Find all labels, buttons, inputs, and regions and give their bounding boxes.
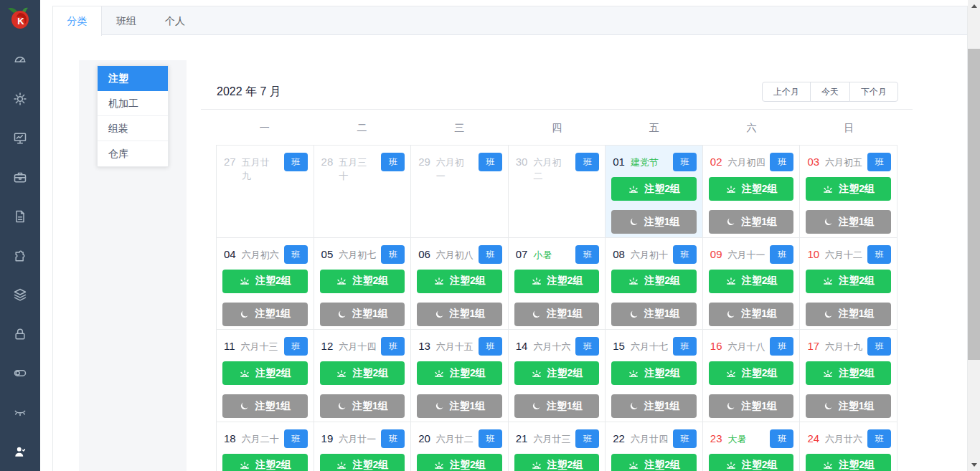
calendar-cell[interactable]: 06 六月初八 班 注塑2组 注塑1组 [411,238,509,330]
day-shift-button[interactable]: 注塑2组 [611,361,697,385]
calendar-cell[interactable]: 15 六月十七 班 注塑2组 注塑1组 [606,330,703,422]
calendar-cell[interactable]: 05 六月初七 班 注塑2组 注塑1组 [314,238,412,330]
calendar-cell[interactable]: 16 六月十八 班 注塑2组 注塑1组 [703,330,801,422]
day-shift-button[interactable]: 注塑2组 [320,270,405,293]
category-item-3[interactable]: 仓库 [98,141,168,166]
calendar-cell[interactable]: 19 六月廿一 班 注塑2组 注塑1组 [314,422,412,471]
day-shift-button[interactable]: 注塑2组 [709,270,794,293]
calendar-cell[interactable]: 29 六月初一 班 [411,146,509,238]
night-shift-button[interactable]: 注塑1组 [222,394,308,418]
day-shift-button[interactable]: 注塑2组 [514,454,600,471]
day-shift-button[interactable]: 注塑2组 [320,361,405,385]
sidebar-item-users[interactable] [0,432,40,471]
sidebar-item-eye[interactable] [0,393,40,432]
sidebar-item-toggle[interactable] [0,353,40,393]
scroll-down-button[interactable] [968,459,980,471]
next-month-button[interactable]: 下个月 [849,82,898,102]
day-shift-button[interactable]: 注塑2组 [514,361,600,385]
prev-month-button[interactable]: 上个月 [762,82,811,102]
calendar-cell[interactable]: 02 六月初四 班 注塑2组 注塑1组 [703,146,801,238]
shift-badge: 班 [381,337,405,356]
day-shift-button[interactable]: 注塑2组 [417,454,502,471]
night-shift-button[interactable]: 注塑1组 [320,394,405,418]
calendar-cell[interactable]: 09 六月十一 班 注塑2组 注塑1组 [703,238,801,330]
document-icon [13,209,27,224]
calendar-cell[interactable]: 23 大暑 班 注塑2组 注塑1组 [703,422,801,471]
night-shift-button[interactable]: 注塑1组 [806,210,891,234]
calendar-cell[interactable]: 17 六月十九 班 注塑2组 注塑1组 [800,330,897,422]
day-shift-button[interactable]: 注塑2组 [709,454,794,471]
calendar-cell[interactable]: 21 六月廿三 班 注塑2组 注塑1组 [509,422,606,471]
night-shift-button[interactable]: 注塑1组 [514,303,600,326]
scroll-thumb[interactable] [968,49,980,360]
calendar-cell[interactable]: 24 六月廿六 班 注塑2组 注塑1组 [800,422,897,471]
day-shift-button[interactable]: 注塑2组 [417,361,502,385]
calendar-cell[interactable]: 01 建党节 班 注塑2组 注塑1组 [606,146,703,238]
day-shift-button[interactable]: 注塑2组 [709,361,794,385]
day-shift-button[interactable]: 注塑2组 [806,270,891,293]
sidebar-item-plugin[interactable] [0,236,40,275]
calendar-cell[interactable]: 07 小暑 班 注塑2组 注塑1组 [509,238,606,330]
day-shift-button[interactable]: 注塑2组 [222,454,308,471]
day-shift-button[interactable]: 注塑2组 [611,177,697,201]
calendar-cell[interactable]: 08 六月初十 班 注塑2组 注塑1组 [606,238,703,330]
calendar-cell[interactable]: 30 六月初二 班 [509,146,606,238]
shift-badge: 班 [284,429,308,448]
calendar-cell[interactable]: 20 六月廿二 班 注塑2组 注塑1组 [411,422,509,471]
sidebar-item-settings[interactable] [0,80,40,119]
night-shift-button[interactable]: 注塑1组 [611,394,697,418]
day-shift-button[interactable]: 注塑2组 [806,361,891,385]
calendar-cell[interactable]: 14 六月十六 班 注塑2组 注塑1组 [509,330,606,422]
shift-list: 注塑2组 注塑1组 [514,454,600,471]
calendar-cell[interactable]: 03 六月初五 班 注塑2组 注塑1组 [800,146,897,238]
sidebar-item-monitor[interactable] [0,118,40,158]
night-shift-button[interactable]: 注塑1组 [611,303,697,326]
sidebar-item-dashboard[interactable] [0,40,40,80]
calendar-cell[interactable]: 13 六月十五 班 注塑2组 注塑1组 [411,330,509,422]
sidebar-item-document[interactable] [0,197,40,237]
scroll-up-button[interactable] [968,0,980,12]
day-shift-button[interactable]: 注塑2组 [806,454,891,471]
cell-header: 07 小暑 班 [514,245,600,264]
sidebar-item-layers[interactable] [0,275,40,315]
sidebar-item-toolbox[interactable] [0,158,40,197]
night-shift-button[interactable]: 注塑1组 [709,394,794,418]
night-shift-button[interactable]: 注塑1组 [417,394,502,418]
tab-1[interactable]: 班组 [102,6,151,36]
calendar-cell[interactable]: 11 六月十三 班 注塑2组 注塑1组 [217,330,314,422]
night-shift-button[interactable]: 注塑1组 [611,210,697,234]
category-item-2[interactable]: 组装 [98,116,168,141]
tab-2[interactable]: 个人 [151,6,199,36]
sidebar-item-lock[interactable] [0,314,40,353]
night-shift-button[interactable]: 注塑1组 [417,303,502,326]
night-shift-button[interactable]: 注塑1组 [320,303,405,326]
night-shift-button[interactable]: 注塑1组 [806,303,891,326]
day-shift-button[interactable]: 注塑2组 [806,177,891,201]
day-shift-button[interactable]: 注塑2组 [514,270,600,293]
night-shift-button[interactable]: 注塑1组 [514,394,600,418]
calendar-cell[interactable]: 18 六月二十 班 注塑2组 注塑1组 [217,422,314,471]
day-shift-label: 注塑2组 [255,459,291,471]
calendar-cell[interactable]: 28 五月三十 班 [314,146,412,238]
day-shift-button[interactable]: 注塑2组 [709,177,794,201]
today-button[interactable]: 今天 [810,82,850,102]
day-shift-button[interactable]: 注塑2组 [417,270,502,293]
calendar-cell[interactable]: 22 六月廿四 班 注塑2组 注塑1组 [606,422,703,471]
day-shift-button[interactable]: 注塑2组 [222,361,308,385]
tab-0[interactable]: 分类 [53,6,102,36]
night-shift-button[interactable]: 注塑1组 [806,394,891,418]
day-shift-button[interactable]: 注塑2组 [320,454,405,471]
night-shift-button[interactable]: 注塑1组 [222,303,308,326]
day-shift-button[interactable]: 注塑2组 [611,454,697,471]
category-item-0[interactable]: 注塑 [98,66,168,91]
night-shift-button[interactable]: 注塑1组 [709,210,794,234]
calendar-cell[interactable]: 27 五月廿九 班 [217,146,314,238]
calendar-cell[interactable]: 10 六月十二 班 注塑2组 注塑1组 [800,238,897,330]
night-shift-button[interactable]: 注塑1组 [709,303,794,326]
day-shift-label: 注塑2组 [839,183,875,196]
calendar-cell[interactable]: 12 六月十四 班 注塑2组 注塑1组 [314,330,412,422]
day-shift-button[interactable]: 注塑2组 [222,270,308,293]
calendar-cell[interactable]: 04 六月初六 班 注塑2组 注塑1组 [217,238,314,330]
category-item-1[interactable]: 机加工 [98,91,168,116]
day-shift-button[interactable]: 注塑2组 [611,270,697,293]
